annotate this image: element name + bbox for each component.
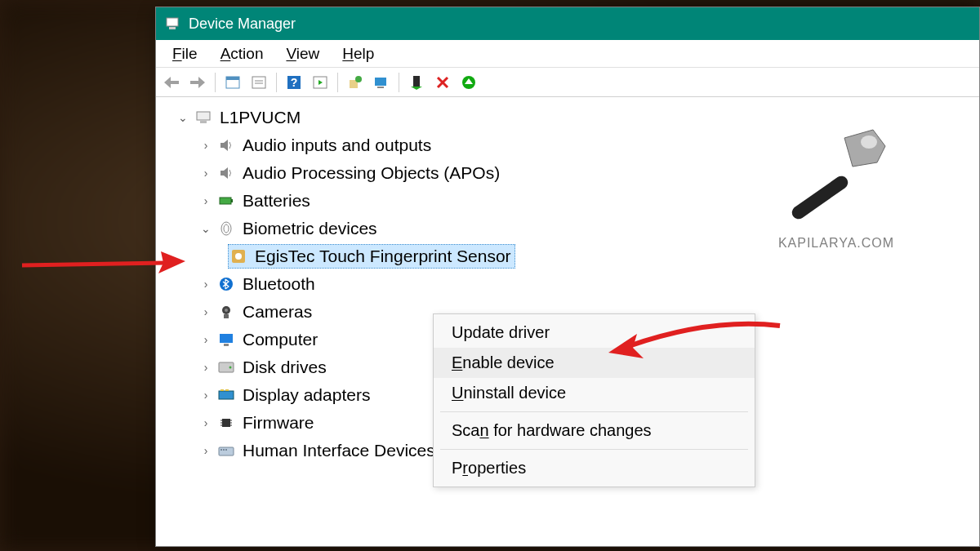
svg-rect-41 <box>219 391 234 399</box>
enable-button[interactable] <box>404 71 429 94</box>
chip-icon <box>216 413 236 433</box>
menu-file[interactable]: File <box>161 42 209 66</box>
svg-rect-51 <box>219 447 234 455</box>
svg-rect-23 <box>197 112 210 120</box>
context-uninstall-device[interactable]: Uninstall device <box>434 378 755 408</box>
monitor-icon <box>216 330 236 349</box>
tree-item-label: Bluetooth <box>243 271 315 297</box>
tree-item-label: Cameras <box>243 299 312 325</box>
watermark-text: KAPILARYA.COM <box>751 236 922 251</box>
camera-icon <box>216 302 236 322</box>
svg-rect-53 <box>223 449 225 451</box>
svg-point-30 <box>224 224 229 233</box>
hammer-icon <box>775 122 898 228</box>
tree-item-label: Audio Processing Objects (APOs) <box>243 160 500 186</box>
chevron-right-icon[interactable]: › <box>198 304 213 321</box>
tree-item-label: Firmware <box>243 410 314 436</box>
svg-rect-37 <box>220 334 233 343</box>
help-button[interactable]: ? <box>282 71 306 94</box>
svg-rect-17 <box>413 76 420 87</box>
separator <box>337 73 338 92</box>
chevron-right-icon[interactable]: › <box>198 359 213 376</box>
tree-item-label: EgisTec Touch Fingerprint Sensor <box>255 243 511 269</box>
chevron-right-icon[interactable]: › <box>198 193 213 210</box>
fingerprint-icon <box>216 219 236 238</box>
svg-point-14 <box>355 76 362 82</box>
separator <box>276 73 277 92</box>
svg-rect-44 <box>222 419 230 427</box>
show-hidden-button[interactable] <box>220 71 245 94</box>
tree-item-label: Biometric devices <box>243 216 377 242</box>
uninstall-button[interactable] <box>369 71 394 94</box>
context-update-driver[interactable]: Update driver <box>434 318 755 348</box>
chevron-down-icon[interactable]: ⌄ <box>176 109 190 127</box>
svg-point-35 <box>225 309 228 312</box>
chevron-right-icon[interactable]: › <box>198 137 213 154</box>
bluetooth-icon <box>216 274 236 294</box>
titlebar[interactable]: Device Manager <box>156 7 979 40</box>
tree-item-label: Disk drives <box>243 354 327 380</box>
menu-action[interactable]: Action <box>209 42 275 66</box>
add-legacy-button[interactable] <box>457 71 481 94</box>
update-driver-button[interactable] <box>343 71 368 94</box>
svg-rect-38 <box>224 344 229 346</box>
device-manager-icon <box>164 16 180 32</box>
svg-rect-1 <box>169 27 176 29</box>
window-title: Device Manager <box>189 16 296 33</box>
menu-help[interactable]: Help <box>331 42 385 66</box>
svg-rect-43 <box>225 389 229 391</box>
svg-marker-26 <box>220 167 228 179</box>
display-adapter-icon <box>216 385 236 405</box>
svg-rect-55 <box>790 174 851 222</box>
context-enable-device[interactable]: Enable device <box>434 348 755 378</box>
svg-rect-28 <box>231 199 233 202</box>
computer-icon <box>194 108 213 127</box>
back-button[interactable] <box>159 71 184 94</box>
svg-marker-3 <box>190 77 205 88</box>
svg-point-29 <box>221 222 231 235</box>
chevron-right-icon[interactable]: › <box>198 276 213 293</box>
battery-icon <box>216 191 236 211</box>
svg-text:?: ? <box>291 76 298 89</box>
tree-item-label: Human Interface Devices <box>243 438 435 464</box>
context-scan-hardware[interactable]: Scan for hardware changes <box>434 415 755 446</box>
scan-button[interactable] <box>308 71 332 94</box>
svg-marker-2 <box>164 77 179 88</box>
disk-icon <box>216 358 236 377</box>
svg-point-40 <box>229 367 232 369</box>
menu-separator <box>440 411 748 412</box>
svg-point-32 <box>235 253 242 260</box>
speaker-icon <box>216 136 236 155</box>
hid-icon <box>216 441 236 460</box>
context-menu: Update driver Enable device Uninstall de… <box>433 313 755 487</box>
chevron-right-icon[interactable]: › <box>198 415 213 432</box>
separator <box>399 73 399 92</box>
chevron-right-icon[interactable]: › <box>198 165 213 182</box>
svg-rect-15 <box>375 78 386 86</box>
svg-rect-54 <box>225 449 227 451</box>
chevron-right-icon[interactable]: › <box>198 331 213 349</box>
svg-rect-27 <box>220 198 231 204</box>
chevron-down-icon[interactable]: ⌄ <box>198 220 213 238</box>
svg-marker-12 <box>318 80 323 85</box>
disable-button[interactable] <box>430 71 455 94</box>
chevron-right-icon[interactable]: › <box>198 387 213 404</box>
chevron-right-icon[interactable]: › <box>198 442 213 460</box>
menubar: File Action View Help <box>156 40 979 68</box>
tree-item-label: Display adapters <box>243 382 370 408</box>
forward-button[interactable] <box>185 71 210 94</box>
svg-rect-36 <box>224 314 229 318</box>
svg-marker-18 <box>411 87 422 90</box>
separator <box>215 73 216 92</box>
properties-button[interactable] <box>247 71 271 94</box>
menu-separator <box>440 449 748 450</box>
svg-rect-5 <box>226 77 239 80</box>
svg-point-56 <box>861 136 877 149</box>
svg-rect-24 <box>200 121 207 123</box>
root-label: L1PVUCM <box>220 104 301 131</box>
menu-view[interactable]: View <box>274 42 331 66</box>
tree-item-label: Audio inputs and outputs <box>243 132 431 158</box>
tree-item-bluetooth[interactable]: › Bluetooth <box>176 270 979 298</box>
context-properties[interactable]: Properties <box>434 453 755 483</box>
svg-rect-6 <box>252 77 265 88</box>
